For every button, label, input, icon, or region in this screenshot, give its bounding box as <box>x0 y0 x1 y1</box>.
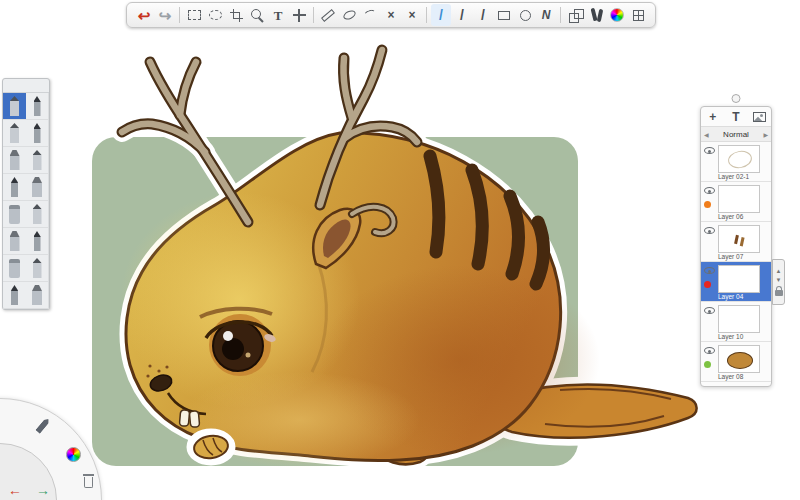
layer-color-tag <box>704 361 711 368</box>
layer-row[interactable]: Layer 08 ▲ ▼ <box>701 342 771 382</box>
layer-row[interactable]: Layer 02-1 ▲ ▼ <box>701 142 771 182</box>
rectangle-tool[interactable] <box>494 4 514 26</box>
lasso-select-tool[interactable] <box>205 4 225 26</box>
add-layer-button[interactable]: + <box>704 108 722 126</box>
copic-library-button[interactable] <box>628 4 648 26</box>
main-toolbar: ↩ ↪ T <box>126 2 656 28</box>
lock-layer-icon[interactable] <box>775 290 783 296</box>
layer-label: Layer 07 <box>718 253 743 260</box>
toolbar-separator <box>560 7 561 23</box>
brush-broad-marker[interactable] <box>3 228 26 255</box>
brush-highlighter[interactable] <box>26 282 49 309</box>
blend-next-icon[interactable]: ▶ <box>763 131 768 138</box>
transform-tool[interactable] <box>289 4 309 26</box>
layer-label: Layer 02-1 <box>718 173 749 180</box>
layer-visibility-eye-icon[interactable] <box>704 147 715 154</box>
polyline-tool[interactable]: N <box>536 4 556 26</box>
move-layer-up-icon[interactable]: ▲ <box>776 268 782 275</box>
brush-library-button[interactable] <box>586 4 606 26</box>
toolbar-separator <box>179 7 180 23</box>
ellipse-tool[interactable] <box>515 4 535 26</box>
layer-label: Layer 06 <box>718 213 743 220</box>
brush-ink-pen[interactable] <box>3 174 26 201</box>
layer-visibility-eye-icon[interactable] <box>704 187 715 194</box>
brush-technical-pen[interactable] <box>26 228 49 255</box>
brush-chisel-marker[interactable] <box>3 147 26 174</box>
brush-colored-pencil[interactable] <box>3 120 26 147</box>
layers-actions: + T <box>701 107 771 127</box>
text-layer-button[interactable]: T <box>727 108 745 126</box>
layer-color-tag <box>704 201 711 208</box>
color-editor-button[interactable] <box>607 4 627 26</box>
creature-illustration <box>120 50 697 468</box>
layer-color-tag <box>704 281 711 288</box>
brush-grid <box>3 93 49 309</box>
undo-button[interactable]: ↩ <box>134 4 154 26</box>
brush-charcoal-pencil[interactable] <box>26 255 49 282</box>
layers-list: Layer 02-1 ▲ ▼ Layer 06 ▲ ▼ <box>701 142 771 382</box>
brush-fine-liner[interactable] <box>3 282 26 309</box>
french-curve-tool[interactable] <box>360 4 380 26</box>
lagoon-undo-icon[interactable]: ← <box>8 482 22 498</box>
layer-visibility-eye-icon[interactable] <box>704 267 715 274</box>
brush-mechanical-pencil[interactable] <box>26 147 49 174</box>
move-layer-down-icon[interactable]: ▼ <box>776 277 782 284</box>
toolbar-separator <box>313 7 314 23</box>
marquee-select-tool[interactable] <box>184 4 204 26</box>
zoom-tool[interactable] <box>247 4 267 26</box>
symmetry-x-tool[interactable]: × <box>402 4 422 26</box>
trash-icon[interactable] <box>84 477 93 488</box>
add-image-button[interactable] <box>750 108 768 126</box>
predictive-stroke-tool[interactable]: / <box>431 4 451 26</box>
layer-thumbnail[interactable] <box>718 345 760 373</box>
brush-ballpoint-pen[interactable] <box>26 120 49 147</box>
layer-thumbnail[interactable] <box>718 305 760 333</box>
lagoon-redo-icon[interactable]: → <box>36 482 50 498</box>
layer-thumbnail[interactable] <box>718 225 760 253</box>
steady-stroke-tool[interactable]: / <box>452 4 472 26</box>
brush-palette-panel <box>2 78 50 310</box>
brush-pencil[interactable] <box>3 93 26 120</box>
layer-row[interactable]: Layer 10 ▲ ▼ <box>701 302 771 342</box>
layer-thumbnail[interactable] <box>718 265 760 293</box>
text-tool[interactable]: T <box>268 4 288 26</box>
toolbar-separator <box>426 7 427 23</box>
redo-button[interactable]: ↪ <box>155 4 175 26</box>
brush-felt-marker[interactable] <box>26 174 49 201</box>
layer-row[interactable]: Layer 06 ▲ ▼ <box>701 182 771 222</box>
corner-lagoon: ← → <box>0 370 130 500</box>
color-puck-icon[interactable] <box>66 447 81 462</box>
layer-row[interactable]: Layer 04 ▲ ▼ <box>701 262 771 302</box>
panel-drag-handle[interactable] <box>732 94 741 103</box>
brush-graphite-pencil[interactable] <box>26 201 49 228</box>
layers-panel: + T ◀ Normal ▶ Layer 02-1 ▲ ▼ <box>700 106 772 387</box>
layer-visibility-eye-icon[interactable] <box>704 347 715 354</box>
layer-label: Layer 04 <box>718 293 743 300</box>
layer-visibility-eye-icon[interactable] <box>704 227 715 234</box>
crop-tool[interactable] <box>226 4 246 26</box>
brush-palette-header <box>3 79 49 93</box>
blend-mode-selector[interactable]: ◀ Normal ▶ <box>701 127 771 142</box>
blend-mode-value: Normal <box>709 130 764 139</box>
layer-visibility-eye-icon[interactable] <box>704 307 715 314</box>
brush-eraser[interactable] <box>26 93 49 120</box>
layer-label: Layer 10 <box>718 333 743 340</box>
fill-tool[interactable] <box>565 4 585 26</box>
layer-thumbnail[interactable] <box>718 145 760 173</box>
layer-label: Layer 08 <box>718 373 743 380</box>
symmetry-y-tool[interactable]: × <box>381 4 401 26</box>
brush-spray-can[interactable] <box>3 255 26 282</box>
layer-thumbnail[interactable] <box>718 185 760 213</box>
layer-controls: ▲ ▼ <box>772 259 785 305</box>
brush-airbrush[interactable] <box>3 201 26 228</box>
line-tool[interactable]: / <box>473 4 493 26</box>
layer-row[interactable]: Layer 07 ▲ ▼ <box>701 222 771 262</box>
ruler-tool[interactable] <box>318 4 338 26</box>
ellipse-guide-tool[interactable] <box>339 4 359 26</box>
